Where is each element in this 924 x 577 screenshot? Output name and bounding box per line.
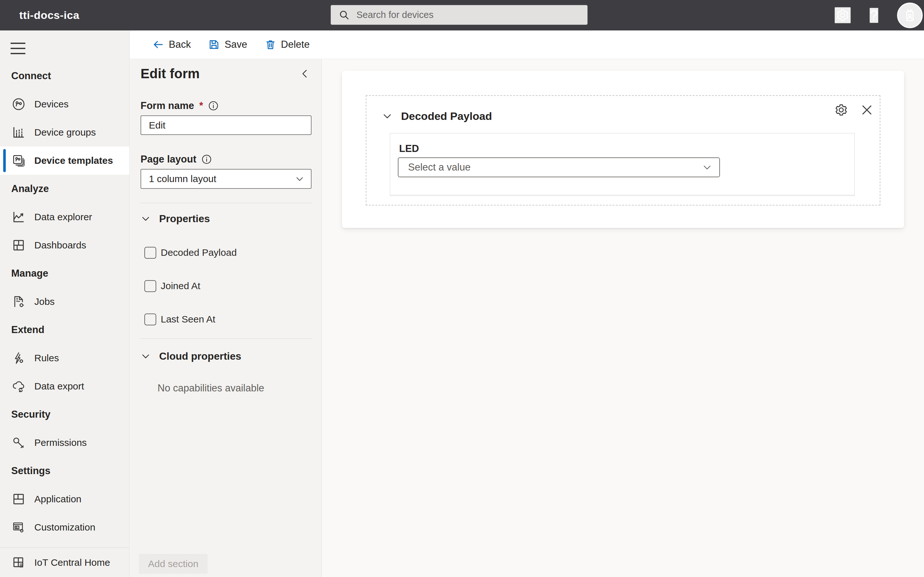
section-remove-button[interactable] — [859, 102, 875, 118]
checkbox-last-seen-at[interactable]: Last Seen At — [144, 313, 312, 326]
page-layout-label: Page layout — [141, 153, 196, 165]
sidebar: Connect Devices Device groups — [0, 31, 129, 577]
chevron-down-icon — [295, 174, 304, 184]
sidebar-item-dashboards[interactable]: Dashboards — [0, 231, 129, 259]
decoded-payload-section[interactable]: Decoded Payload — [366, 95, 880, 205]
checkbox-box[interactable] — [144, 280, 156, 292]
search-icon — [338, 9, 350, 21]
sidebar-section-extend: Extend — [0, 316, 129, 344]
form-name-input[interactable] — [141, 115, 312, 135]
add-section-button[interactable]: Add section — [139, 554, 208, 574]
devices-icon — [11, 97, 26, 111]
topbar: tti-docs-ica Search for devices ? — [0, 0, 924, 31]
dashboards-icon — [11, 238, 26, 253]
sidebar-item-label: Application — [34, 494, 81, 504]
save-button-label: Save — [225, 39, 247, 50]
form-toolbar: Back Save Delete — [130, 31, 924, 59]
sidebar-section-security: Security — [0, 400, 129, 429]
save-floppy-icon — [208, 39, 220, 50]
properties-section-header[interactable]: Properties — [141, 212, 312, 225]
led-select-placeholder: Select a value — [408, 161, 471, 173]
checkbox-joined-at[interactable]: Joined At — [144, 279, 312, 292]
chevron-down-icon — [141, 213, 151, 224]
search-input[interactable]: Search for devices — [330, 5, 588, 25]
device-templates-icon — [11, 153, 26, 168]
section-settings-button[interactable] — [834, 102, 849, 118]
sidebar-item-permissions[interactable]: Permissions — [0, 429, 129, 457]
gear-icon — [835, 8, 850, 23]
delete-button-label: Delete — [281, 39, 310, 50]
divider — [141, 338, 312, 339]
required-marker: * — [199, 100, 203, 111]
settings-gear-button[interactable] — [835, 7, 851, 23]
search-placeholder: Search for devices — [357, 10, 433, 20]
checkbox-label: Last Seen At — [161, 314, 215, 325]
collapse-panel-button[interactable] — [298, 67, 312, 81]
sidebar-item-jobs[interactable]: Jobs — [0, 287, 129, 316]
hamburger-menu-button[interactable] — [11, 39, 30, 58]
application-icon — [11, 492, 26, 506]
edit-form-panel: Edit form Form name * P — [130, 59, 322, 577]
account-avatar[interactable] — [897, 3, 923, 28]
help-icon: ? — [870, 8, 878, 23]
page-layout-value: 1 column layout — [149, 173, 216, 184]
section-title: Decoded Payload — [401, 110, 492, 122]
id-badge-icon — [901, 7, 918, 24]
sidebar-item-label: Device templates — [34, 155, 113, 166]
sidebar-item-device-groups[interactable]: Device groups — [0, 118, 129, 147]
chevron-down-icon[interactable] — [382, 111, 393, 121]
gear-icon — [834, 103, 849, 117]
sidebar-item-application[interactable]: Application — [0, 485, 129, 513]
close-icon — [861, 103, 873, 116]
cloud-properties-section-header[interactable]: Cloud properties — [141, 350, 312, 363]
sidebar-item-devices[interactable]: Devices — [0, 90, 129, 118]
key-icon — [11, 435, 26, 450]
sidebar-item-data-explorer[interactable]: Data explorer — [0, 203, 129, 231]
sidebar-item-label: Jobs — [34, 296, 55, 307]
checkbox-label: Decoded Payload — [161, 247, 237, 258]
sidebar-item-label: IoT Central Home — [34, 557, 110, 568]
info-icon — [201, 153, 212, 165]
jobs-icon — [11, 294, 26, 309]
checkbox-box[interactable] — [144, 247, 156, 259]
checkbox-box[interactable] — [144, 314, 156, 326]
delete-button[interactable]: Delete — [261, 35, 314, 53]
rules-icon — [11, 351, 26, 366]
customization-icon — [11, 520, 26, 535]
sidebar-item-label: Permissions — [34, 437, 87, 448]
sidebar-item-device-templates[interactable]: Device templates — [0, 147, 129, 175]
page-title: Edit form — [141, 66, 200, 81]
properties-section-title: Properties — [159, 213, 210, 225]
form-name-label: Form name — [141, 100, 194, 111]
device-groups-icon — [11, 125, 26, 140]
form-canvas: Decoded Payload — [322, 59, 924, 577]
sidebar-item-data-export[interactable]: Data export — [0, 372, 129, 400]
help-button[interactable]: ? — [869, 8, 879, 23]
sidebar-item-iot-central-home[interactable]: IoT Central Home — [0, 548, 129, 577]
sidebar-section-manage: Manage — [0, 259, 129, 287]
page-layout-select[interactable]: 1 column layout — [141, 169, 312, 189]
sidebar-item-label: Devices — [34, 99, 69, 110]
back-button[interactable]: Back — [149, 35, 195, 53]
checkbox-label: Joined At — [161, 280, 200, 292]
led-value-select[interactable]: Select a value — [398, 157, 720, 177]
sidebar-item-rules[interactable]: Rules — [0, 344, 129, 372]
no-capabilities-text: No capabilities available — [158, 382, 312, 394]
iot-central-home-icon — [11, 555, 26, 570]
topbar-actions: ? — [835, 0, 923, 31]
save-button[interactable]: Save — [204, 35, 251, 53]
sidebar-item-customization[interactable]: Customization — [0, 513, 129, 542]
led-field-tile[interactable]: LED Select a value — [390, 133, 855, 195]
info-icon — [208, 100, 219, 111]
chevron-left-icon — [300, 68, 310, 79]
checkbox-decoded-payload[interactable]: Decoded Payload — [144, 246, 312, 259]
sidebar-item-label: Dashboards — [34, 240, 86, 251]
sidebar-item-label: Customization — [34, 522, 95, 533]
cloud-properties-section-title: Cloud properties — [159, 350, 241, 362]
trash-icon — [265, 39, 276, 50]
sidebar-item-label: Data explorer — [34, 211, 92, 222]
back-button-label: Back — [169, 39, 191, 50]
sidebar-section-analyze: Analyze — [0, 175, 129, 203]
app-title: tti-docs-ica — [19, 0, 79, 31]
divider — [141, 203, 312, 203]
